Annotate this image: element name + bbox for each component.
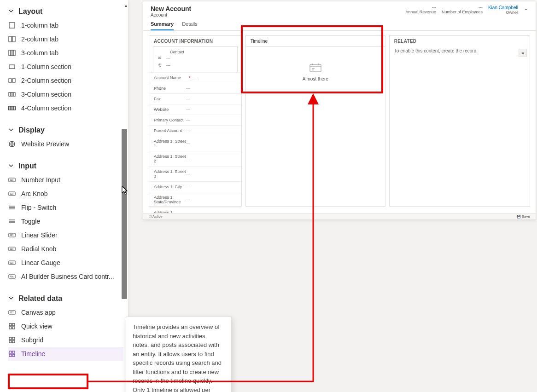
grid-icon <box>8 350 16 357</box>
field-value: --- <box>186 156 190 161</box>
sidebar-item-website-preview[interactable]: Website Preview <box>8 137 123 151</box>
field-label: Account Name <box>154 75 186 80</box>
sidebar-item-label: 3-Column section <box>21 91 71 98</box>
form-field[interactable]: Address 1: Street 2--- <box>149 151 241 166</box>
svg-rect-37 <box>9 323 12 326</box>
field-value: --- <box>186 197 190 202</box>
svg-rect-42 <box>12 337 15 340</box>
svg-text:123: 123 <box>10 311 14 314</box>
svg-rect-44 <box>12 340 15 343</box>
svg-rect-7 <box>9 79 12 82</box>
form-field[interactable]: Account Name*--- <box>149 72 241 83</box>
sec1-icon <box>8 63 16 70</box>
timeline-empty-text: Almost there <box>303 76 328 81</box>
sidebar-item-1-column-tab[interactable]: 1-column tab <box>8 18 123 32</box>
form-field[interactable]: Phone--- <box>149 83 241 93</box>
timeline-title: Timeline <box>246 36 385 47</box>
num-icon: 123 <box>8 190 16 197</box>
contact-card: Contact ✉--- ✆--- <box>153 46 238 72</box>
sidebar-item-label: 2-Column section <box>21 77 71 84</box>
form-field[interactable]: Address 1: State/Province--- <box>149 192 241 207</box>
sidebar-item-toggle[interactable]: Toggle <box>8 214 123 228</box>
sidebar-item-flip-switch[interactable]: Flip - Switch <box>8 201 123 214</box>
chevron-down-icon[interactable]: ⌄ <box>524 5 528 15</box>
field-value: --- <box>186 172 190 176</box>
phone-icon: ✆ <box>157 63 163 68</box>
field-value: --- <box>186 97 190 101</box>
form-field[interactable]: Address 1: City--- <box>149 181 241 192</box>
svg-rect-48 <box>12 354 15 357</box>
form-tab-details[interactable]: Details <box>182 19 198 30</box>
contact-label: Contact <box>157 50 233 54</box>
svg-rect-5 <box>13 50 15 56</box>
sidebar-scrollbar[interactable] <box>122 129 127 299</box>
col2-icon <box>8 35 16 43</box>
sidebar-item-label: Linear Slider <box>21 231 58 239</box>
meta-employees-label: Number of Employees <box>442 10 483 14</box>
grid-icon <box>8 323 16 330</box>
sidebar-item-subgrid[interactable]: Subgrid <box>8 333 123 347</box>
svg-text:123: 123 <box>10 248 14 250</box>
sidebar-section-header[interactable]: Input <box>8 157 123 173</box>
sidebar-item-label: Arc Knob <box>21 190 48 197</box>
sidebar-section-header[interactable]: Related data <box>8 290 123 306</box>
form-tab-summary[interactable]: Summary <box>151 19 174 30</box>
sidebar-item-ai-builder-business-card-contr[interactable]: AbcAI Builder Business Card contr... <box>8 270 123 283</box>
svg-text:123: 123 <box>10 192 14 195</box>
svg-rect-49 <box>310 64 321 72</box>
sidebar-section-header[interactable]: Display <box>8 121 123 137</box>
form-field[interactable]: Primary Contact--- <box>149 115 241 125</box>
svg-rect-1 <box>9 36 12 42</box>
form-field[interactable]: Address 1: Street 3--- <box>149 166 241 181</box>
sidebar-item-label: 1-Column section <box>21 63 71 70</box>
footer-status: ☐ Active <box>149 214 163 219</box>
sidebar-section-header[interactable]: Layout <box>8 3 123 18</box>
sidebar-item-4-column-section[interactable]: 4-Column section <box>8 101 123 115</box>
svg-text:123: 123 <box>10 261 14 264</box>
sidebar-item-label: Flip - Switch <box>21 204 56 211</box>
sidebar-item-2-column-section[interactable]: 2-Column section <box>8 74 123 87</box>
sidebar-item-label: 3-column tab <box>21 49 58 57</box>
field-value: --- <box>186 107 190 112</box>
form-field[interactable]: Parent Account--- <box>149 125 241 136</box>
sidebar-item-timeline[interactable]: Timeline <box>8 347 123 361</box>
num-icon: 123 <box>8 309 16 316</box>
calendar-icon <box>309 63 321 74</box>
sidebar-item-label: Website Preview <box>21 140 69 148</box>
sidebar-item-linear-slider[interactable]: 123Linear Slider <box>8 228 123 242</box>
sec3-icon <box>8 91 16 98</box>
svg-rect-12 <box>9 106 10 110</box>
sidebar-item-3-column-section[interactable]: 3-Column section <box>8 87 123 101</box>
form-preview-window: New Account Account --- Annual Revenue -… <box>143 1 536 220</box>
sidebar-item-quick-view[interactable]: Quick view <box>8 319 123 333</box>
sidebar-item-2-column-tab[interactable]: 2-column tab <box>8 32 123 46</box>
scroll-up-icon[interactable]: ▴ <box>125 3 127 8</box>
sidebar-item-linear-gauge[interactable]: 123Linear Gauge <box>8 256 123 270</box>
form-field[interactable]: Fax--- <box>149 93 241 104</box>
field-label: Parent Account <box>154 128 186 133</box>
meta-owner-value: Kian Campbell <box>488 5 518 10</box>
form-field[interactable]: Address 1: Street 1--- <box>149 136 241 151</box>
svg-text:123: 123 <box>10 179 14 181</box>
svg-rect-46 <box>12 351 15 353</box>
sidebar-item-canvas-app[interactable]: 123Canvas app <box>8 306 123 319</box>
num-icon: 123 <box>8 176 16 184</box>
field-label: Address 1: Street 3 <box>154 169 186 179</box>
field-value: --- <box>186 128 190 133</box>
sidebar-item-label: Linear Gauge <box>21 259 60 266</box>
sidebar-section-title: Input <box>18 162 36 170</box>
svg-rect-39 <box>9 327 12 329</box>
grid-icon <box>8 336 16 344</box>
sidebar-item-radial-knob[interactable]: 123Radial Knob <box>8 242 123 256</box>
sidebar-item-number-input[interactable]: 123Number Input <box>8 173 123 187</box>
svg-rect-9 <box>9 92 11 96</box>
sidebar-item-arc-knob[interactable]: 123Arc Knob <box>8 187 123 201</box>
form-field[interactable]: Website--- <box>149 104 241 115</box>
footer-save[interactable]: 💾 Save <box>517 214 530 219</box>
sidebar-item-1-column-section[interactable]: 1-Column section <box>8 60 123 74</box>
num-icon: 123 <box>8 231 16 239</box>
sidebar-item-3-column-tab[interactable]: 3-column tab <box>8 46 123 60</box>
related-body: To enable this content, create the recor… <box>390 46 530 55</box>
related-menu-icon[interactable]: ≡ <box>519 49 527 57</box>
sidebar-section-title: Related data <box>18 294 62 303</box>
